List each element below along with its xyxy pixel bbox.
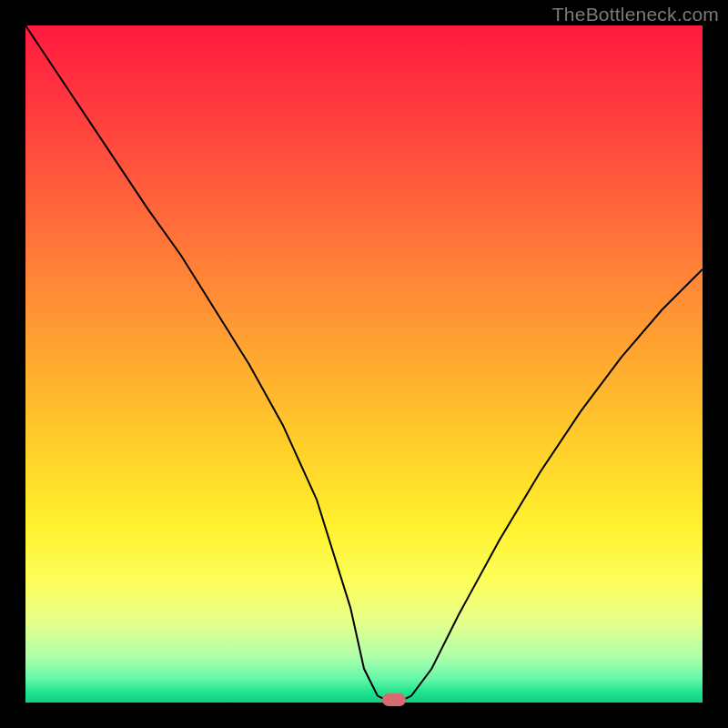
chart-frame: TheBottleneck.com — [0, 0, 728, 728]
watermark-text: TheBottleneck.com — [552, 4, 719, 25]
gradient-background — [25, 25, 703, 703]
optimal-point-marker — [382, 693, 406, 706]
bottleneck-chart — [25, 25, 703, 703]
